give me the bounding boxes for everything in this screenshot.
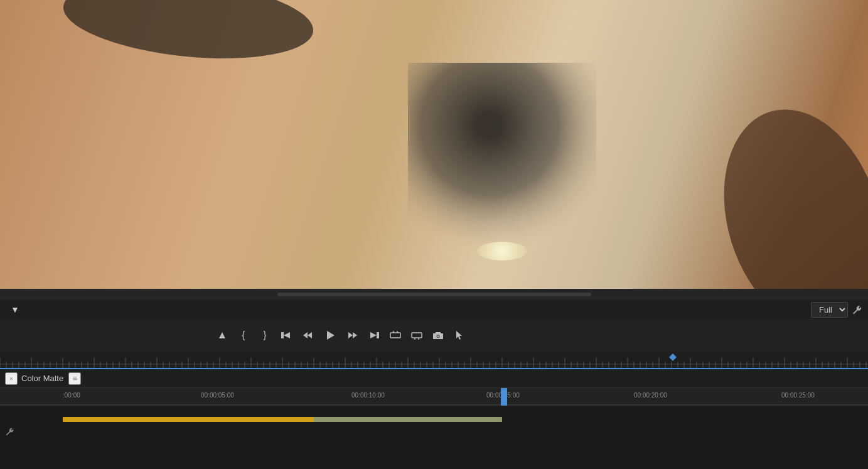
tab-bar: × Color Matte ≡	[0, 368, 868, 388]
svg-marker-6	[327, 331, 335, 340]
svg-rect-12	[390, 333, 400, 338]
lift-button[interactable]	[387, 326, 404, 344]
playhead-marker[interactable]	[668, 353, 677, 362]
time-label-4: 00:00:20:00	[634, 392, 667, 399]
svg-rect-1	[281, 332, 282, 338]
tab-close-button[interactable]: ×	[5, 372, 18, 385]
svg-marker-9	[370, 332, 377, 338]
svg-rect-3	[282, 332, 284, 338]
mark-in-button[interactable]	[213, 326, 231, 344]
step-forward-button[interactable]	[344, 326, 362, 344]
step-back-button[interactable]	[299, 326, 316, 344]
time-label-5: 00:00:25:00	[781, 392, 815, 399]
svg-marker-5	[308, 332, 312, 338]
timeline-wrench-area[interactable]	[5, 427, 14, 436]
svg-marker-0	[219, 332, 225, 338]
playback-controls: { }	[0, 319, 868, 352]
extract-button[interactable]	[408, 326, 426, 344]
step-to-start-button[interactable]	[277, 326, 295, 344]
ruler-ticks-svg: // generated inline	[0, 352, 868, 368]
bracket-right-button[interactable]: }	[256, 326, 274, 344]
wrench-button[interactable]	[852, 305, 862, 315]
svg-marker-161	[669, 353, 677, 361]
svg-rect-15	[412, 333, 422, 338]
tab-menu-button[interactable]: ≡	[68, 372, 81, 385]
scrollbar-track[interactable]	[277, 293, 591, 296]
step-to-end-button[interactable]	[365, 326, 383, 344]
tab-title: Color Matte	[21, 374, 63, 383]
camera-button[interactable]	[429, 326, 447, 344]
svg-marker-20	[456, 331, 462, 340]
bottom-playhead[interactable]	[501, 388, 507, 406]
preview-dropdown-button[interactable]: ▼	[6, 301, 24, 318]
timeline-wrench-icon	[5, 427, 14, 436]
quality-select[interactable]: Full 1/2 1/4	[811, 302, 848, 318]
svg-marker-7	[348, 332, 353, 338]
time-label-0: :00:00	[63, 392, 80, 399]
svg-point-19	[437, 335, 439, 337]
preview-controls-row: ▼ Full 1/2 1/4	[0, 300, 868, 319]
timeline-section: :00:00 00:00:05:00 00:00:10:00 00:00:15:…	[0, 388, 868, 438]
video-scrollbar[interactable]	[0, 289, 868, 300]
svg-marker-2	[284, 332, 290, 338]
timeline-ruler-top[interactable]: // generated inline	[0, 352, 868, 368]
bracket-left-button[interactable]: {	[235, 326, 252, 344]
svg-marker-4	[303, 332, 308, 338]
blue-track-segment	[314, 417, 502, 422]
cursor-tool-button[interactable]	[451, 326, 468, 344]
time-label-2: 00:00:10:00	[351, 392, 385, 399]
svg-rect-11	[378, 332, 379, 338]
play-button[interactable]	[320, 325, 340, 345]
track-area	[0, 406, 868, 438]
time-label-1: 00:00:05:00	[201, 392, 234, 399]
video-preview	[0, 0, 868, 289]
time-ruler-svg	[0, 388, 868, 406]
time-ruler[interactable]: :00:00 00:00:05:00 00:00:10:00 00:00:15:…	[0, 388, 868, 406]
svg-rect-10	[377, 332, 378, 338]
playhead-diamond-icon	[668, 353, 677, 362]
svg-marker-8	[353, 332, 357, 338]
